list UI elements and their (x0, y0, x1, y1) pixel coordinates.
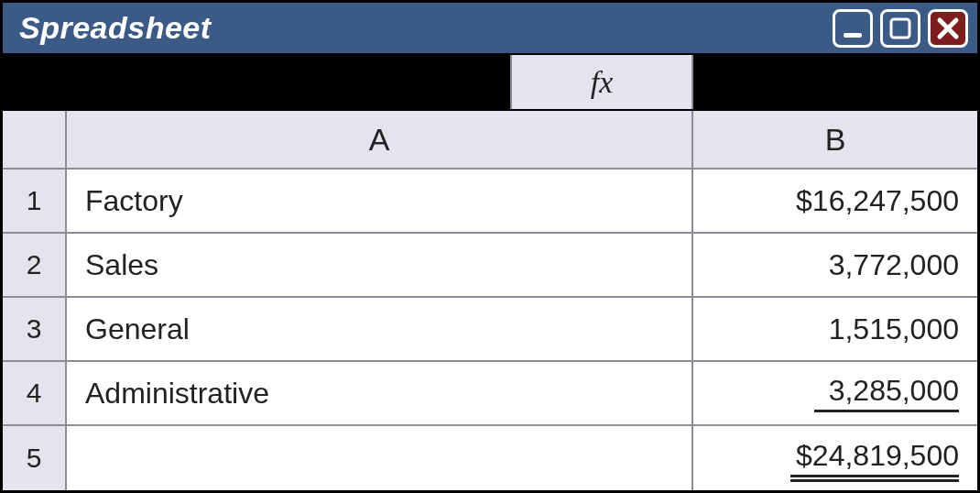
cell-value: General (85, 312, 190, 346)
cell-a1[interactable]: Factory (67, 170, 693, 234)
minimize-icon (841, 16, 865, 40)
cell-b4[interactable]: 3,285,000 (693, 362, 977, 426)
row-header-3[interactable]: 3 (3, 298, 67, 362)
row-header-5[interactable]: 5 (3, 426, 67, 490)
cell-value: 3,772,000 (829, 248, 959, 282)
svg-rect-0 (844, 33, 862, 38)
col-header-a[interactable]: A (67, 111, 693, 170)
cell-b1[interactable]: $16,247,500 (693, 170, 977, 234)
cell-a3[interactable]: General (67, 298, 693, 362)
spreadsheet-window: Spreadsheet fx (0, 0, 980, 493)
cell-b2[interactable]: 3,772,000 (693, 234, 977, 298)
row-header-4[interactable]: 4 (3, 362, 67, 426)
select-all-corner[interactable] (3, 111, 67, 170)
maximize-button[interactable] (880, 9, 920, 48)
cell-value: Factory (85, 184, 183, 218)
minimize-button[interactable] (833, 9, 873, 48)
spreadsheet-grid: A B 1 Factory $16,247,500 2 Sales 3,772,… (3, 111, 977, 490)
maximize-icon (888, 16, 912, 40)
cell-value: 1,515,000 (829, 312, 959, 346)
row-header-1[interactable]: 1 (3, 170, 67, 234)
formula-input[interactable] (693, 55, 977, 109)
name-box[interactable] (3, 55, 510, 109)
cell-value: $24,819,500 (790, 439, 959, 477)
close-icon (936, 16, 960, 40)
svg-rect-1 (891, 19, 909, 38)
close-button[interactable] (928, 9, 968, 48)
cell-value: 3,285,000 (814, 374, 959, 412)
cell-value: $16,247,500 (796, 184, 959, 218)
cell-a5[interactable] (67, 426, 693, 490)
fx-label: fx (591, 65, 614, 100)
row-header-2[interactable]: 2 (3, 234, 67, 298)
col-header-b[interactable]: B (693, 111, 977, 170)
cell-b5[interactable]: $24,819,500 (693, 426, 977, 490)
cell-value: Sales (85, 248, 158, 282)
cell-b3[interactable]: 1,515,000 (693, 298, 977, 362)
cell-a2[interactable]: Sales (67, 234, 693, 298)
window-buttons (833, 9, 968, 48)
window-title: Spreadsheet (19, 10, 212, 46)
fx-button[interactable]: fx (510, 55, 693, 109)
cell-a4[interactable]: Administrative (67, 362, 693, 426)
cell-value: Administrative (85, 377, 269, 411)
titlebar: Spreadsheet (3, 3, 977, 55)
formula-bar: fx (3, 55, 977, 111)
